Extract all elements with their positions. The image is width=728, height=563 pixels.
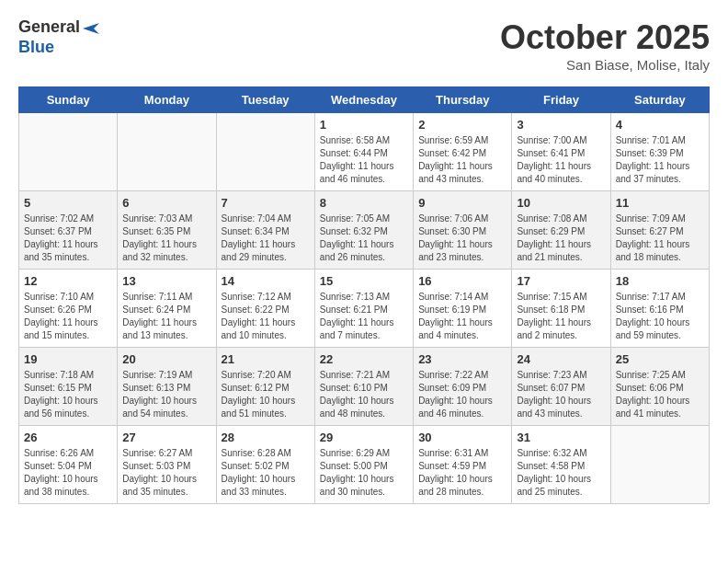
day-cell: 7Sunrise: 7:04 AM Sunset: 6:34 PM Daylig… <box>216 191 314 270</box>
day-info: Sunrise: 6:29 AM Sunset: 5:00 PM Dayligh… <box>320 447 408 499</box>
logo-bird-icon <box>81 18 101 39</box>
day-cell: 29Sunrise: 6:29 AM Sunset: 5:00 PM Dayli… <box>314 426 413 504</box>
week-row-5: 26Sunrise: 6:26 AM Sunset: 5:04 PM Dayli… <box>19 426 710 504</box>
day-number: 23 <box>418 352 506 366</box>
header-day-saturday: Saturday <box>610 87 709 113</box>
day-info: Sunrise: 6:26 AM Sunset: 5:04 PM Dayligh… <box>24 447 112 499</box>
day-cell <box>610 426 709 504</box>
day-info: Sunrise: 7:15 AM Sunset: 6:18 PM Dayligh… <box>517 291 605 342</box>
day-cell: 6Sunrise: 7:03 AM Sunset: 6:35 PM Daylig… <box>118 191 216 270</box>
day-number: 7 <box>222 196 310 210</box>
day-number: 19 <box>24 352 112 366</box>
day-info: Sunrise: 7:20 AM Sunset: 6:12 PM Dayligh… <box>222 369 310 420</box>
day-cell: 8Sunrise: 7:05 AM Sunset: 6:32 PM Daylig… <box>314 191 413 270</box>
day-number: 8 <box>320 196 408 210</box>
day-cell <box>118 113 216 191</box>
day-number: 17 <box>517 274 605 288</box>
day-info: Sunrise: 6:59 AM Sunset: 6:42 PM Dayligh… <box>418 134 506 186</box>
header-day-wednesday: Wednesday <box>314 87 413 113</box>
day-info: Sunrise: 7:00 AM Sunset: 6:41 PM Dayligh… <box>517 134 605 186</box>
day-number: 24 <box>517 352 605 366</box>
header-day-sunday: Sunday <box>19 87 118 113</box>
svg-marker-0 <box>83 23 99 34</box>
day-cell: 2Sunrise: 6:59 AM Sunset: 6:42 PM Daylig… <box>414 113 512 191</box>
day-cell: 9Sunrise: 7:06 AM Sunset: 6:30 PM Daylig… <box>414 191 512 270</box>
day-cell <box>19 113 118 191</box>
day-cell: 23Sunrise: 7:22 AM Sunset: 6:09 PM Dayli… <box>414 348 512 426</box>
day-cell: 30Sunrise: 6:31 AM Sunset: 4:59 PM Dayli… <box>414 426 512 504</box>
logo: General Blue <box>18 18 102 57</box>
day-number: 10 <box>517 196 605 210</box>
day-info: Sunrise: 7:10 AM Sunset: 6:26 PM Dayligh… <box>24 291 112 342</box>
header-day-friday: Friday <box>512 87 610 113</box>
day-number: 5 <box>24 196 112 210</box>
day-number: 2 <box>418 118 506 132</box>
day-number: 13 <box>122 274 210 288</box>
day-number: 31 <box>517 431 605 444</box>
day-info: Sunrise: 7:18 AM Sunset: 6:15 PM Dayligh… <box>24 369 112 420</box>
day-cell: 15Sunrise: 7:13 AM Sunset: 6:21 PM Dayli… <box>314 270 413 348</box>
day-cell: 19Sunrise: 7:18 AM Sunset: 6:15 PM Dayli… <box>19 348 118 426</box>
month-title: October 2025 <box>500 18 710 57</box>
day-number: 16 <box>418 274 506 288</box>
day-cell: 20Sunrise: 7:19 AM Sunset: 6:13 PM Dayli… <box>118 348 216 426</box>
day-info: Sunrise: 7:08 AM Sunset: 6:29 PM Dayligh… <box>517 213 605 264</box>
day-cell: 26Sunrise: 6:26 AM Sunset: 5:04 PM Dayli… <box>19 426 118 504</box>
day-info: Sunrise: 7:22 AM Sunset: 6:09 PM Dayligh… <box>418 369 506 420</box>
day-info: Sunrise: 6:58 AM Sunset: 6:44 PM Dayligh… <box>320 134 408 186</box>
location-subtitle: San Biase, Molise, Italy <box>500 57 710 73</box>
day-info: Sunrise: 7:09 AM Sunset: 6:27 PM Dayligh… <box>616 213 704 264</box>
logo-blue: Blue <box>18 38 54 56</box>
day-number: 11 <box>616 196 704 210</box>
day-info: Sunrise: 7:21 AM Sunset: 6:10 PM Dayligh… <box>320 369 408 420</box>
day-info: Sunrise: 6:31 AM Sunset: 4:59 PM Dayligh… <box>418 447 506 499</box>
week-row-1: 1Sunrise: 6:58 AM Sunset: 6:44 PM Daylig… <box>19 113 710 191</box>
header-day-monday: Monday <box>118 87 216 113</box>
week-row-4: 19Sunrise: 7:18 AM Sunset: 6:15 PM Dayli… <box>19 348 710 426</box>
day-cell: 17Sunrise: 7:15 AM Sunset: 6:18 PM Dayli… <box>512 270 610 348</box>
day-info: Sunrise: 7:05 AM Sunset: 6:32 PM Dayligh… <box>320 213 408 264</box>
day-info: Sunrise: 7:12 AM Sunset: 6:22 PM Dayligh… <box>222 291 310 342</box>
day-info: Sunrise: 6:27 AM Sunset: 5:03 PM Dayligh… <box>122 447 210 499</box>
day-number: 25 <box>616 352 704 366</box>
logo-general: General <box>18 17 80 36</box>
day-cell: 14Sunrise: 7:12 AM Sunset: 6:22 PM Dayli… <box>216 270 314 348</box>
day-number: 20 <box>122 352 210 366</box>
day-cell: 21Sunrise: 7:20 AM Sunset: 6:12 PM Dayli… <box>216 348 314 426</box>
day-cell: 18Sunrise: 7:17 AM Sunset: 6:16 PM Dayli… <box>610 270 709 348</box>
day-cell: 11Sunrise: 7:09 AM Sunset: 6:27 PM Dayli… <box>610 191 709 270</box>
day-cell: 1Sunrise: 6:58 AM Sunset: 6:44 PM Daylig… <box>314 113 413 191</box>
day-number: 12 <box>24 274 112 288</box>
day-info: Sunrise: 7:11 AM Sunset: 6:24 PM Dayligh… <box>122 291 210 342</box>
day-cell: 16Sunrise: 7:14 AM Sunset: 6:19 PM Dayli… <box>414 270 512 348</box>
header-day-tuesday: Tuesday <box>216 87 314 113</box>
day-number: 30 <box>418 431 506 444</box>
day-cell: 27Sunrise: 6:27 AM Sunset: 5:03 PM Dayli… <box>118 426 216 504</box>
day-cell: 31Sunrise: 6:32 AM Sunset: 4:58 PM Dayli… <box>512 426 610 504</box>
day-number: 26 <box>24 431 112 444</box>
day-number: 29 <box>320 431 408 444</box>
day-info: Sunrise: 7:01 AM Sunset: 6:39 PM Dayligh… <box>616 134 704 186</box>
calendar-table: SundayMondayTuesdayWednesdayThursdayFrid… <box>18 86 710 504</box>
day-info: Sunrise: 7:14 AM Sunset: 6:19 PM Dayligh… <box>418 291 506 342</box>
day-number: 3 <box>517 118 605 132</box>
day-info: Sunrise: 7:25 AM Sunset: 6:06 PM Dayligh… <box>616 369 704 420</box>
day-info: Sunrise: 7:19 AM Sunset: 6:13 PM Dayligh… <box>122 369 210 420</box>
day-info: Sunrise: 6:32 AM Sunset: 4:58 PM Dayligh… <box>517 447 605 499</box>
day-number: 22 <box>320 352 408 366</box>
day-number: 21 <box>222 352 310 366</box>
day-cell: 28Sunrise: 6:28 AM Sunset: 5:02 PM Dayli… <box>216 426 314 504</box>
day-number: 18 <box>616 274 704 288</box>
logo-text: General Blue <box>18 18 102 57</box>
day-number: 14 <box>222 274 310 288</box>
day-info: Sunrise: 7:04 AM Sunset: 6:34 PM Dayligh… <box>222 213 310 264</box>
day-number: 6 <box>122 196 210 210</box>
day-cell: 22Sunrise: 7:21 AM Sunset: 6:10 PM Dayli… <box>314 348 413 426</box>
day-info: Sunrise: 7:17 AM Sunset: 6:16 PM Dayligh… <box>616 291 704 342</box>
day-info: Sunrise: 7:02 AM Sunset: 6:37 PM Dayligh… <box>24 213 112 264</box>
day-number: 9 <box>418 196 506 210</box>
day-number: 4 <box>616 118 704 132</box>
page-header: General Blue October 2025 San Biase, Mol… <box>18 18 710 73</box>
day-cell <box>216 113 314 191</box>
day-cell: 4Sunrise: 7:01 AM Sunset: 6:39 PM Daylig… <box>610 113 709 191</box>
